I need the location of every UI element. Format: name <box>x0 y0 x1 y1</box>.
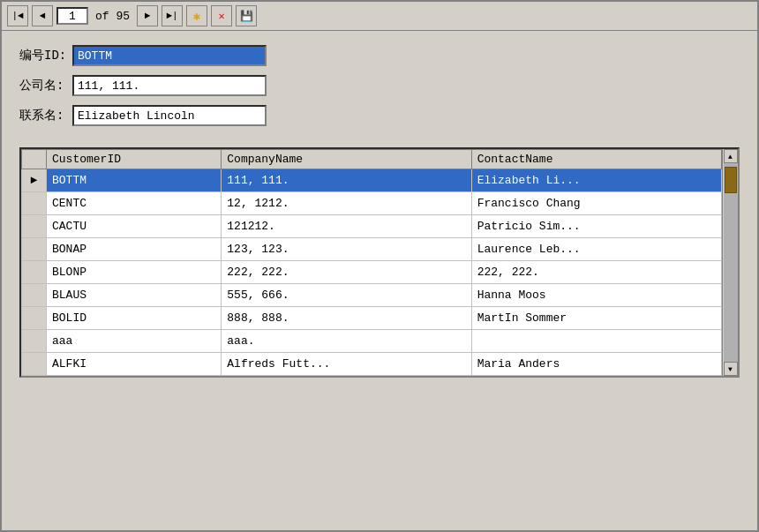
cell-customerid: BOTTM <box>47 169 222 192</box>
btn-next[interactable]: ► <box>137 5 158 26</box>
col-header-indicator <box>22 150 47 169</box>
scroll-down-btn[interactable]: ▼ <box>724 362 738 376</box>
cell-companyname: 121212. <box>222 215 471 238</box>
cell-customerid: CENTC <box>47 192 222 215</box>
cell-companyname: 111, 111. <box>222 169 471 192</box>
cell-customerid: BOLID <box>47 307 222 330</box>
id-field[interactable] <box>72 45 267 66</box>
col-header-contactname: ContactName <box>471 150 721 169</box>
first-icon: |◄ <box>11 11 23 21</box>
col-header-companyname: CompanyName <box>222 150 471 169</box>
row-indicator <box>22 330 47 353</box>
page-input[interactable] <box>56 7 88 25</box>
row-indicator <box>22 261 47 284</box>
btn-close[interactable]: ✕ <box>211 5 232 26</box>
cell-customerid: BLAUS <box>47 284 222 307</box>
scrollbar[interactable]: ▲ ▼ <box>722 149 738 376</box>
table-row[interactable]: BLONP222, 222.222, 222. <box>22 261 722 284</box>
cell-companyname: 123, 123. <box>222 238 471 261</box>
save-icon: 💾 <box>240 10 253 23</box>
company-label: 公司名: <box>19 78 72 94</box>
cell-contactname: 222, 222. <box>471 261 721 284</box>
next-icon: ► <box>145 11 151 21</box>
toolbar: |◄ ◄ of 95 ► ►| ✱ ✕ 💾 <box>2 2 757 31</box>
page-of-label: of 95 <box>92 10 133 23</box>
table-row[interactable]: ALFKIAlfreds Futt...Maria Anders <box>22 353 722 376</box>
data-grid: CustomerID CompanyName ContactName ►BOTT… <box>21 149 722 376</box>
cell-contactname: Patricio Sim... <box>471 215 721 238</box>
row-indicator <box>22 192 47 215</box>
cell-companyname: 222, 222. <box>222 261 471 284</box>
table-row[interactable]: ►BOTTM111, 111.Elizabeth Li... <box>22 169 722 192</box>
cell-customerid: BONAP <box>47 238 222 261</box>
row-indicator <box>22 353 47 376</box>
col-header-customerid: CustomerID <box>47 150 222 169</box>
form-row-contact: 联系名: <box>19 105 740 126</box>
cell-companyname: 888, 888. <box>222 307 471 330</box>
grid-wrapper: CustomerID CompanyName ContactName ►BOTT… <box>21 149 738 376</box>
id-label: 编号ID: <box>19 48 72 64</box>
contact-label: 联系名: <box>19 108 72 124</box>
row-indicator: ► <box>22 169 47 192</box>
scroll-up-btn[interactable]: ▲ <box>724 149 738 163</box>
cell-companyname: aaa. <box>222 330 471 353</box>
cell-contactname: Hanna Moos <box>471 284 721 307</box>
app-window: |◄ ◄ of 95 ► ►| ✱ ✕ 💾 编号ID: 公司名: <box>0 0 759 532</box>
table-row[interactable]: CACTU121212.Patricio Sim... <box>22 215 722 238</box>
table-row[interactable]: BLAUS555, 666.Hanna Moos <box>22 284 722 307</box>
cell-contactname: Laurence Leb... <box>471 238 721 261</box>
last-icon: ►| <box>166 11 177 21</box>
btn-prev[interactable]: ◄ <box>32 5 53 26</box>
cell-companyname: 12, 1212. <box>222 192 471 215</box>
cell-contactname: Elizabeth Li... <box>471 169 721 192</box>
scroll-thumb[interactable] <box>725 167 737 193</box>
cell-customerid: aaa <box>47 330 222 353</box>
btn-first[interactable]: |◄ <box>7 5 28 26</box>
btn-star[interactable]: ✱ <box>186 5 207 26</box>
grid-table-wrapper: CustomerID CompanyName ContactName ►BOTT… <box>21 149 722 376</box>
row-indicator <box>22 307 47 330</box>
scroll-up-icon: ▲ <box>728 153 733 161</box>
table-row[interactable]: CENTC12, 1212.Francisco Chang <box>22 192 722 215</box>
contact-field[interactable] <box>72 105 267 126</box>
close-icon: ✕ <box>218 10 224 23</box>
company-field[interactable] <box>72 75 267 96</box>
table-row[interactable]: BOLID888, 888.MartIn Sommer <box>22 307 722 330</box>
scroll-track[interactable] <box>724 163 738 362</box>
cell-customerid: BLONP <box>47 261 222 284</box>
row-indicator <box>22 215 47 238</box>
table-row[interactable]: aaaaaa. <box>22 330 722 353</box>
cell-contactname: Francisco Chang <box>471 192 721 215</box>
cell-customerid: ALFKI <box>47 353 222 376</box>
grid-container: CustomerID CompanyName ContactName ►BOTT… <box>19 147 740 378</box>
cell-contactname: MartIn Sommer <box>471 307 721 330</box>
grid-header-row: CustomerID CompanyName ContactName <box>22 150 722 169</box>
scroll-down-icon: ▼ <box>728 365 733 373</box>
cell-companyname: 555, 666. <box>222 284 471 307</box>
cell-contactname <box>471 330 721 353</box>
row-indicator <box>22 284 47 307</box>
form-area: 编号ID: 公司名: 联系名: <box>2 31 757 142</box>
prev-icon: ◄ <box>40 11 46 21</box>
btn-last[interactable]: ►| <box>162 5 183 26</box>
btn-save[interactable]: 💾 <box>236 5 257 26</box>
table-row[interactable]: BONAP123, 123.Laurence Leb... <box>22 238 722 261</box>
cell-companyname: Alfreds Futt... <box>222 353 471 376</box>
cell-customerid: CACTU <box>47 215 222 238</box>
cell-contactname: Maria Anders <box>471 353 721 376</box>
form-row-id: 编号ID: <box>19 45 740 66</box>
star-icon: ✱ <box>193 9 200 24</box>
row-indicator <box>22 238 47 261</box>
form-row-company: 公司名: <box>19 75 740 96</box>
